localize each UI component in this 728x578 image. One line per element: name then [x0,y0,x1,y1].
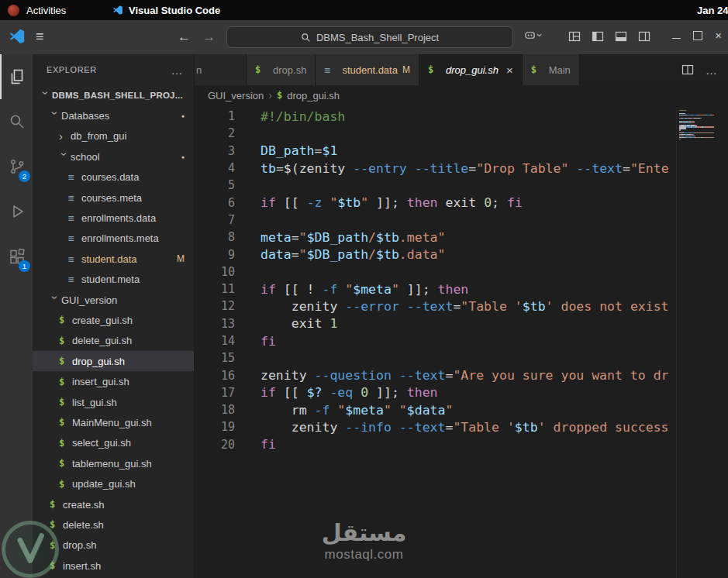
line-number: 10 [195,265,235,279]
line-number: 5 [195,178,235,192]
forward-arrow-icon[interactable]: → [202,29,216,45]
code-line[interactable]: 17if [[ $? -eq 0 ]]; then [195,384,676,401]
tree-item-courses.data[interactable]: ≡courses.data [33,167,194,188]
maximize-icon[interactable] [693,31,702,40]
shell-file-icon: $ [255,64,268,75]
item-label: enrollments.meta [81,232,194,244]
distro-icon [8,5,19,16]
chevron-right-icon: › [268,89,272,101]
tab-drop.sh[interactable]: $drop.sh [247,54,316,85]
tree-item-create_gui.sh[interactable]: $create_gui.sh [33,310,194,330]
explorer-activity-icon[interactable] [0,54,33,99]
tree-item-drop.sh[interactable]: $drop.sh [33,535,194,556]
code-line[interactable]: 10 [195,263,676,280]
tree-item-school[interactable]: ›school● [33,146,194,167]
search-activity-icon[interactable] [0,99,33,144]
tree-item-insert.sh[interactable]: $insert.sh [33,556,194,576]
activities-button[interactable]: Activities [26,5,66,16]
code-area[interactable]: 1#!/bin/bash23DB_path=$14tb=$(zenity --e… [195,105,728,578]
code-line[interactable]: 6if [[ -z "$tb" ]]; then exit 0; fi [195,194,676,211]
item-label: school [71,151,181,163]
line-number: 4 [195,161,235,175]
tree-item-select_gui.sh[interactable]: $select_gui.sh [33,433,194,453]
tree-item-tablemenu_gui.sh[interactable]: $tablemenu_gui.sh [33,453,194,473]
tab-label: drop.sh [273,64,306,76]
tree-item-drop_gui.sh[interactable]: $drop_gui.sh [33,351,194,371]
item-label: create_gui.sh [72,315,194,326]
shell-file-icon: $ [59,479,72,490]
tree-item-create.sh[interactable]: $create.sh [33,494,194,514]
code-line[interactable]: 20fi [195,436,676,453]
minimap[interactable] [676,108,728,578]
chevron-right-icon: › [59,130,71,142]
tree-item-insert_gui.sh[interactable]: $insert_gui.sh [33,371,194,391]
tab-drop_gui.sh[interactable]: $drop_gui.sh× [419,54,523,85]
source-control-activity-icon[interactable]: 2 [0,144,33,189]
tab-student.data[interactable]: ≡student.dataM [316,54,419,85]
code-text: rm -f "$meta" "$data" [260,403,453,418]
tab-label: student.data [342,64,398,76]
code-lines: 1#!/bin/bash23DB_path=$14tb=$(zenity --e… [195,108,676,453]
item-label: list_gui.sh [72,397,194,408]
split-editor-icon[interactable] [681,64,694,76]
chevron-down-icon: › [59,152,71,163]
code-line[interactable]: 11if [[ ! -f "$meta" ]]; then [195,280,676,298]
tree-item-student.meta[interactable]: ≡student.meta [33,270,194,290]
code-line[interactable]: 18 rm -f "$meta" "$data" [195,401,676,418]
tab-n[interactable]: n [195,54,247,85]
toggle-secondary-sidebar-icon[interactable] [638,30,650,43]
code-line[interactable]: 2 [195,125,676,142]
close-icon[interactable]: × [506,64,513,76]
code-line[interactable]: 1#!/bin/bash [195,108,676,125]
command-center-search[interactable]: DBMS_Bash_Shell_Project [226,26,513,48]
extensions-activity-icon[interactable]: 1 [0,234,33,279]
more-actions-icon[interactable]: … [706,64,718,77]
tree-item-delete_gui.sh[interactable]: $delete_gui.sh [33,331,194,351]
tree-item-Databases[interactable]: ›Databases● [33,105,194,126]
tree-item-student.data[interactable]: ≡student.dataM [33,249,194,269]
code-line[interactable]: 4tb=$(zenity --entry --title="Drop Table… [195,160,676,177]
copilot-menu[interactable]: › [524,29,541,41]
tree-item-enrollments.data[interactable]: ≡enrollments.data [33,208,194,228]
chevron-down-icon: › [534,33,546,36]
tab-Main[interactable]: $Main [523,54,580,85]
code-line[interactable]: 15 [195,349,676,366]
code-line[interactable]: 12 zenity --error --text="Table '$tb' do… [195,298,676,315]
more-actions-icon[interactable]: … [171,64,183,77]
run-debug-activity-icon[interactable] [0,189,33,234]
code-line[interactable]: 13 exit 1 [195,315,676,332]
tree-item-MainMenu_gui.sh[interactable]: $MainMenu_gui.sh [33,412,194,432]
clock[interactable]: Jan 24 [697,5,728,16]
close-window-icon[interactable]: × [715,29,722,41]
item-label: update_gui.sh [72,478,194,490]
toggle-panel-icon[interactable] [615,30,627,43]
tree-item-update_gui.sh[interactable]: $update_gui.sh [33,473,194,494]
tree-item-courses.meta[interactable]: ≡courses.meta [33,188,194,208]
back-arrow-icon[interactable]: ← [178,29,191,45]
command-center-text: DBMS_Bash_Shell_Project [316,32,439,43]
tree-item-db_from_gui[interactable]: ›db_from_gui [33,126,194,146]
code-line[interactable]: 5 [195,177,676,194]
customize-layout-icon[interactable] [568,30,581,43]
item-label: create.sh [63,499,194,511]
code-line[interactable]: 16zenity --question --text="Are you sure… [195,366,676,384]
code-line[interactable]: 9data="$DB_path/$tb.data" [195,246,676,263]
menu-icon[interactable]: ≡ [36,29,44,45]
breadcrumb-folder[interactable]: GUI_version [208,90,264,101]
minimize-icon[interactable] [672,38,681,40]
tree-item-enrollments.meta[interactable]: ≡enrollments.meta [33,229,194,249]
code-line[interactable]: 8meta="$DB_path/$tb.meta" [195,229,676,246]
tree-item-delete.sh[interactable]: $delete.sh [33,514,194,535]
code-line[interactable]: 3DB_path=$1 [195,143,676,160]
tree-item-GUI_version[interactable]: ›GUI_version [33,290,194,310]
code-line[interactable]: 14fi [195,332,676,349]
tree-item-list_gui.sh[interactable]: $list_gui.sh [33,392,194,412]
layout-controls [568,30,650,43]
tree-item-DBMS_BASH_SHELL_PROJ...[interactable]: ›DBMS_BASH_SHELL_PROJ... [33,85,194,105]
code-line[interactable]: 7 [195,212,676,229]
breadcrumb-file[interactable]: drop_gui.sh [287,90,340,101]
changes-dot-icon: ● [181,154,185,160]
toggle-sidebar-icon[interactable] [592,30,604,43]
code-line[interactable]: 19 zenity --info --text="Table '$tb' dro… [195,418,676,435]
item-label: drop_gui.sh [72,356,194,367]
